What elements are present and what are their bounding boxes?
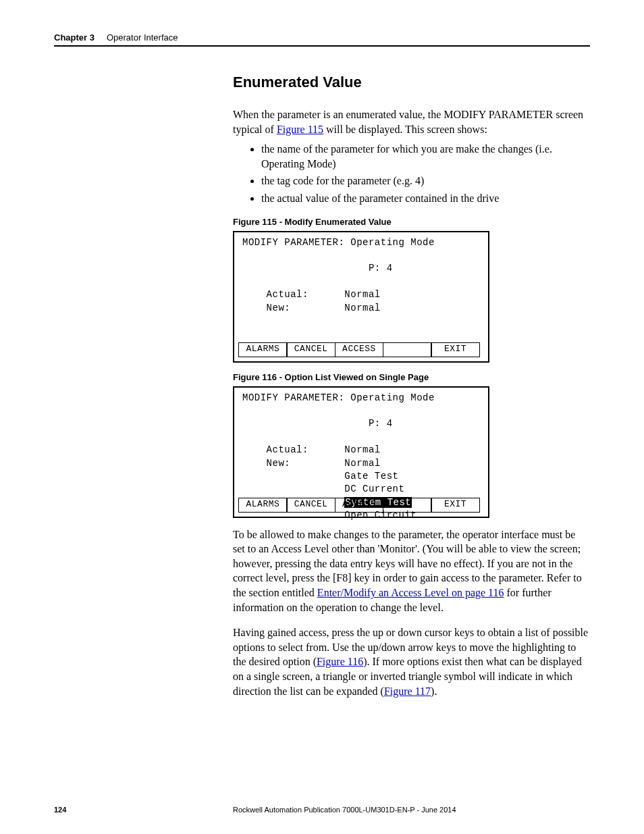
softkey-row: ALARMS CANCEL ACCESS EXIT: [238, 498, 484, 513]
screen-line: Gate Test: [242, 471, 480, 481]
figure-115-caption: Figure 115 - Modify Enumerated Value: [233, 217, 590, 227]
screen-line: P: 4: [242, 263, 480, 273]
paragraph-2: To be allowed to make changes to the par…: [233, 527, 590, 615]
link-figure-115[interactable]: Figure 115: [277, 124, 323, 135]
screen-figure-116: MODIFY PARAMETER: Operating Mode P: 4 Ac…: [233, 386, 489, 518]
chapter-name: Operator Interface: [107, 32, 178, 43]
publication-info: Rockwell Automation Publication 7000L-UM…: [233, 806, 456, 814]
paragraph-3: Having gained access, press the up or do…: [233, 625, 590, 698]
softkey-blank: [383, 342, 432, 357]
screen-line: DC Current: [242, 484, 480, 494]
text: will be displayed. This screen shows:: [323, 124, 487, 135]
screen-line: [242, 251, 480, 261]
softkey-row: ALARMS CANCEL ACCESS EXIT: [238, 342, 484, 357]
softkey-exit[interactable]: EXIT: [431, 342, 480, 357]
softkey-access[interactable]: ACCESS: [335, 342, 384, 357]
page-number: 124: [54, 806, 233, 814]
softkey-alarms[interactable]: ALARMS: [238, 342, 288, 357]
screen-title: MODIFY PARAMETER: Operating Mode: [242, 393, 480, 403]
link-figure-117[interactable]: Figure 117: [384, 685, 431, 697]
link-figure-116[interactable]: Figure 116: [317, 656, 363, 667]
list-item: the actual value of the parameter contai…: [261, 191, 590, 206]
softkey-blank: [383, 498, 432, 513]
page-header: Chapter 3 Operator Interface: [54, 32, 590, 47]
screen-line: [242, 432, 480, 442]
screen-line: New: Normal: [242, 459, 480, 469]
screen-title: MODIFY PARAMETER: Operating Mode: [242, 238, 480, 248]
bullet-list: the name of the parameter for which you …: [233, 142, 590, 205]
softkey-cancel[interactable]: CANCEL: [286, 498, 336, 513]
softkey-alarms[interactable]: ALARMS: [238, 498, 288, 513]
link-access-level[interactable]: Enter/Modify an Access Level on page 116: [317, 587, 504, 598]
screen-line: [242, 406, 480, 416]
softkey-access[interactable]: ACCESS: [335, 498, 384, 513]
list-item: the name of the parameter for which you …: [261, 142, 590, 171]
text: ).: [431, 685, 437, 697]
softkey-exit[interactable]: EXIT: [431, 498, 480, 513]
page-footer: 124 Rockwell Automation Publication 7000…: [54, 806, 590, 814]
chapter-number: Chapter 3: [54, 32, 95, 43]
list-item: the tag code for the parameter (e.g. 4): [261, 174, 590, 188]
screen-line: P: 4: [242, 419, 480, 429]
screen-line: Actual: Normal: [242, 290, 480, 300]
figure-116-caption: Figure 116 - Option List Viewed on Singl…: [233, 372, 590, 382]
screen-line: [242, 277, 480, 287]
paragraph-1: When the parameter is an enumerated valu…: [233, 107, 590, 136]
section-title: Enumerated Value: [233, 74, 590, 91]
softkey-cancel[interactable]: CANCEL: [286, 342, 336, 357]
screen-line: Actual: Normal: [242, 445, 480, 455]
screen-figure-115: MODIFY PARAMETER: Operating Mode P: 4 Ac…: [233, 231, 489, 363]
screen-line: New: Normal: [242, 303, 480, 313]
